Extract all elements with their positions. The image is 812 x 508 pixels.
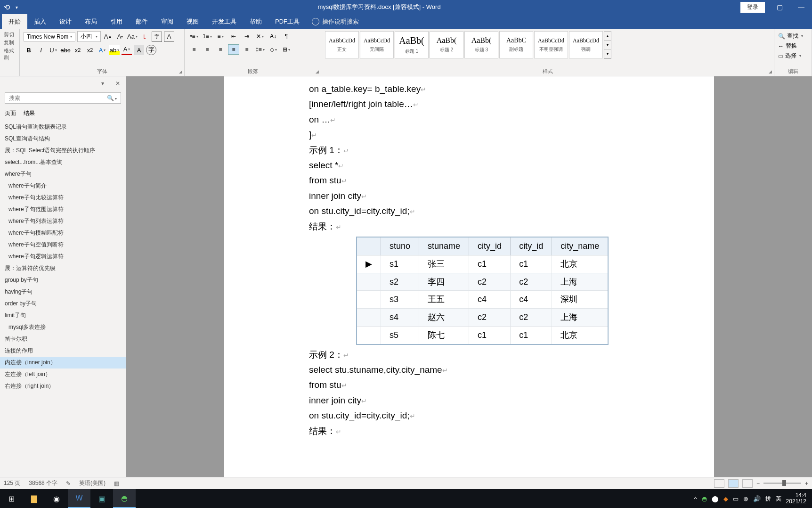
print-layout-button[interactable] — [728, 479, 739, 488]
nav-heading-item[interactable]: SQL查询语句结构 — [0, 133, 126, 145]
align-center-button[interactable]: ≡ — [202, 44, 213, 55]
nav-heading-item[interactable]: SQL语句查询数据表记录 — [0, 121, 126, 133]
tab-layout[interactable]: 布局 — [78, 14, 104, 29]
line-spacing-button[interactable]: ‡≡▾ — [254, 44, 266, 55]
numbering-button[interactable]: 1≡▾ — [202, 31, 213, 41]
font-name-combo[interactable]: Times New Rom▾ — [24, 32, 75, 41]
italic-button[interactable]: I — [36, 45, 46, 55]
nav-search-box[interactable]: 🔍▾ — [5, 92, 121, 104]
subscript-button[interactable]: x2 — [73, 45, 83, 55]
nav-dropdown-icon[interactable]: ▾ — [101, 80, 104, 87]
grow-font-button[interactable]: A▲ — [103, 32, 113, 42]
word-icon[interactable]: W — [68, 489, 90, 508]
superscript-button[interactable]: x2 — [85, 45, 95, 55]
font-size-combo[interactable]: 小四▾ — [77, 31, 101, 42]
underline-button[interactable]: U▾ — [48, 45, 58, 55]
ime-indicator-1[interactable]: 拼 — [765, 495, 771, 503]
para-dialog-icon[interactable]: ◢ — [316, 69, 319, 74]
tray-app3-icon[interactable]: ◆ — [723, 495, 728, 502]
chrome-icon[interactable]: ◉ — [45, 489, 68, 508]
nav-heading-item[interactable]: where子句范围运算符 — [0, 204, 126, 215]
tab-review[interactable]: 审阅 — [154, 14, 180, 29]
nav-heading-item[interactable]: 连接的作用 — [0, 345, 126, 357]
tab-view[interactable]: 视图 — [180, 14, 205, 29]
autosave-icon[interactable]: ⟲ — [4, 3, 10, 12]
strikethrough-button[interactable]: abc — [60, 45, 71, 55]
tab-references[interactable]: 引用 — [104, 14, 129, 29]
document-area[interactable]: on a_table.key= b_table.key↵[inner/left/… — [126, 76, 812, 477]
tab-insert[interactable]: 插入 — [27, 14, 53, 29]
font-dialog-icon[interactable]: ◢ — [179, 69, 182, 74]
select-button[interactable]: ▭选择▾ — [778, 51, 808, 61]
style-item-0[interactable]: AaBbCcDd正文 — [325, 31, 359, 58]
clear-format-button[interactable]: A — [164, 32, 174, 42]
tab-design[interactable]: 设计 — [53, 14, 78, 29]
style-item-6[interactable]: AaBbCcDd不明显强调 — [534, 31, 568, 58]
change-case-button[interactable]: Aa▾ — [127, 32, 138, 42]
align-right-button[interactable]: ≡ — [215, 44, 226, 55]
style-item-1[interactable]: AaBbCcDd无间隔 — [360, 31, 394, 58]
text-effects-button[interactable]: A▾ — [97, 45, 107, 55]
justify-button[interactable]: ≡ — [228, 44, 239, 55]
nav-heading-item[interactable]: where子句逻辑运算符 — [0, 251, 126, 262]
style-item-2[interactable]: AaBb(标题 1 — [395, 31, 429, 58]
nav-heading-item[interactable]: 笛卡尔积 — [0, 333, 126, 345]
nav-heading-item[interactable]: mysql多表连接 — [0, 321, 126, 333]
format-painter-button[interactable]: 格式刷 — [4, 47, 16, 61]
login-button[interactable]: 登录 — [740, 2, 765, 13]
phonetic-guide-button[interactable]: ꜖ — [139, 32, 150, 42]
sort-button[interactable]: A↓ — [268, 31, 279, 41]
highlight-button[interactable]: ab▾ — [109, 45, 120, 55]
nav-heading-item[interactable]: having子句 — [0, 286, 126, 298]
start-button[interactable]: ⊞ — [0, 489, 23, 508]
nav-tab-pages[interactable]: 页面 — [5, 109, 16, 119]
word-count[interactable]: 38568 个字 — [29, 479, 57, 487]
copy-button[interactable]: 复制 — [4, 39, 16, 46]
zoom-in-button[interactable]: + — [805, 480, 808, 487]
nav-heading-item[interactable]: 展：SQL Select语句完整的执行顺序 — [0, 145, 126, 156]
tray-volume-icon[interactable]: 🔊 — [753, 495, 761, 502]
shrink-font-button[interactable]: A▾ — [115, 32, 125, 42]
char-border-button[interactable]: 字 — [152, 32, 162, 42]
nav-heading-item[interactable]: where子句简介 — [0, 180, 126, 192]
nav-close-icon[interactable]: ✕ — [115, 80, 120, 87]
styles-scroll[interactable]: ▲▼▾ — [604, 31, 611, 59]
nav-heading-item[interactable]: order by子句 — [0, 298, 126, 310]
nav-heading-item[interactable]: where子句 — [0, 168, 126, 180]
tray-wifi-icon[interactable]: ⊚ — [743, 495, 748, 502]
nav-heading-item[interactable]: where子句空值判断符 — [0, 239, 126, 251]
distribute-button[interactable]: ≡ — [241, 44, 252, 55]
style-item-4[interactable]: AaBb(标题 3 — [464, 31, 498, 58]
tray-app1-icon[interactable]: ◓ — [702, 495, 707, 502]
spell-check-icon[interactable]: ✎ — [66, 480, 71, 487]
tab-mailings[interactable]: 邮件 — [129, 14, 154, 29]
zoom-out-button[interactable]: − — [756, 480, 760, 487]
tab-pdf-tools[interactable]: PDF工具 — [268, 14, 306, 29]
tray-date[interactable]: 2021/12 — [786, 499, 806, 505]
show-marks-button[interactable]: ¶ — [281, 31, 292, 41]
tell-me-search[interactable]: 操作说明搜索 — [312, 17, 359, 26]
nav-search-input[interactable] — [9, 95, 107, 101]
nav-heading-item[interactable]: where子句模糊匹配符 — [0, 227, 126, 239]
replace-button[interactable]: ↔替换 — [778, 41, 808, 51]
ime-indicator-2[interactable]: 英 — [776, 495, 781, 503]
nav-heading-item[interactable]: 展：运算符的优先级 — [0, 262, 126, 274]
nav-heading-item[interactable]: where子句比较运算符 — [0, 192, 126, 204]
explorer-icon[interactable]: ▇ — [23, 489, 45, 508]
zoom-slider[interactable] — [763, 483, 801, 484]
increase-indent-button[interactable]: ⇥ — [241, 31, 252, 41]
nav-heading-item[interactable]: limit子句 — [0, 310, 126, 321]
wechat-icon[interactable]: ◓ — [113, 489, 136, 508]
ribbon-display-icon[interactable]: ▢ — [769, 0, 790, 14]
cut-button[interactable]: 剪切 — [4, 31, 16, 38]
decrease-indent-button[interactable]: ⇤ — [228, 31, 239, 41]
borders-button[interactable]: ⊞▾ — [281, 44, 292, 55]
style-item-5[interactable]: AaBbC副标题 — [499, 31, 533, 58]
bold-button[interactable]: B — [24, 45, 34, 55]
search-icon[interactable]: 🔍▾ — [107, 95, 117, 101]
nav-heading-item[interactable]: group by子句 — [0, 274, 126, 286]
nav-heading-item[interactable]: 内连接（inner join） — [0, 357, 126, 369]
page-count[interactable]: 125 页 — [4, 479, 20, 487]
tray-chevron-icon[interactable]: ^ — [694, 495, 697, 502]
styles-dialog-icon[interactable]: ◢ — [769, 69, 772, 74]
